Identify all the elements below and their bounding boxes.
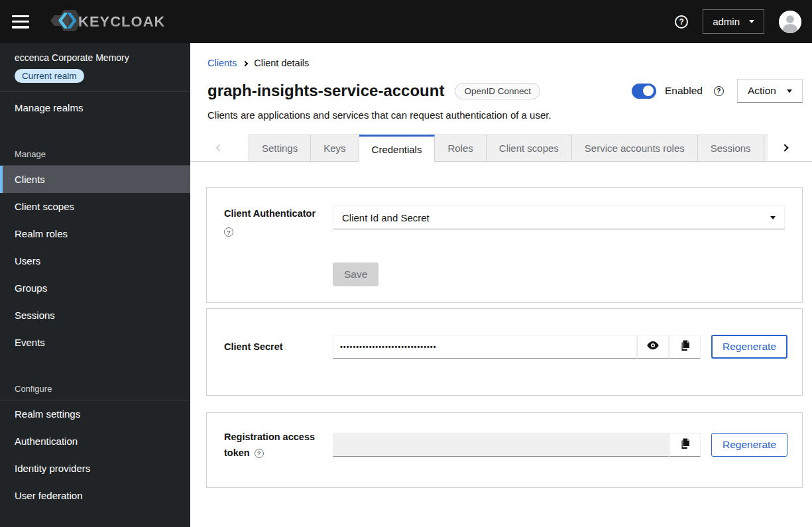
registration-token-input[interactable] [333, 433, 669, 457]
tabbar: Settings Keys Credentials Roles Client s… [190, 135, 812, 162]
registration-token-label: Registration access token [224, 432, 315, 458]
keycloak-logo: KEYCLOAK [49, 6, 165, 38]
credentials-panel: Client Authenticator ? Client Id and Sec… [190, 162, 812, 488]
tab-scroll-left-button[interactable] [190, 135, 249, 162]
registration-token-help-icon[interactable]: ? [255, 449, 264, 458]
sidebar-item-client-scopes[interactable]: Client scopes [0, 193, 190, 220]
registration-token-input-group [333, 433, 701, 457]
sidebar-section-configure: Configure Realm settings Authentication … [0, 384, 190, 509]
user-name: admin [713, 16, 740, 27]
sidebar-item-groups[interactable]: Groups [0, 274, 190, 302]
current-realm-badge: Current realm [15, 69, 84, 83]
copy-secret-button[interactable] [669, 335, 701, 359]
client-authenticator-select[interactable]: Client Id and Secret [333, 205, 785, 229]
avatar[interactable] [779, 11, 801, 33]
client-secret-card: Client Secret ••••••••••••••••••••••••••… [206, 308, 803, 396]
client-secret-input-group: •••••••••••••••••••••••••••••• [333, 335, 701, 359]
client-authenticator-label: Client Authenticator [224, 205, 333, 221]
brand-text: KEYCLOAK [78, 13, 165, 30]
caret-down-icon [770, 216, 776, 219]
sidebar-item-user-federation[interactable]: User federation [0, 482, 190, 509]
sidebar-item-identity-providers[interactable]: Identity providers [0, 455, 190, 482]
sidebar-item-events[interactable]: Events [0, 329, 190, 356]
masthead-right: ? admin [675, 9, 801, 34]
tab-sessions[interactable]: Sessions [698, 135, 764, 162]
tab-keys[interactable]: Keys [311, 135, 359, 162]
show-secret-button[interactable] [637, 335, 669, 359]
angle-right-icon [243, 60, 248, 66]
regenerate-secret-button[interactable]: Regenerate [711, 335, 787, 359]
client-authenticator-field-col: Client Id and Secret Save [333, 205, 785, 286]
breadcrumb-current: Client details [254, 58, 309, 68]
copy-icon [679, 340, 690, 354]
page-description: Clients are applications and services th… [207, 109, 803, 121]
save-row: Save [333, 263, 785, 286]
realm-selector[interactable]: eccenca Corporate Memory Current realm [0, 43, 190, 92]
tab-roles[interactable]: Roles [435, 135, 486, 162]
save-button[interactable]: Save [333, 263, 378, 286]
masthead: KEYCLOAK ? admin [0, 0, 812, 43]
enabled-help-icon[interactable]: ? [714, 86, 724, 96]
regenerate-token-button[interactable]: Regenerate [711, 433, 787, 457]
header-controls: Enabled ? Action [632, 79, 803, 103]
menu-toggle-icon[interactable] [12, 15, 29, 29]
action-dropdown[interactable]: Action [737, 79, 803, 103]
sidebar: eccenca Corporate Memory Current realm M… [0, 43, 190, 527]
sidebar-item-clients[interactable]: Clients [0, 166, 190, 193]
user-dropdown[interactable]: admin [703, 9, 764, 34]
protocol-badge: OpenID Connect [455, 83, 540, 99]
sidebar-item-realm-roles[interactable]: Realm roles [0, 220, 190, 247]
registration-token-label-col: Registration access token? [224, 429, 318, 461]
sidebar-item-authentication[interactable]: Authentication [0, 428, 190, 455]
sidebar-item-realm-settings[interactable]: Realm settings [0, 400, 190, 428]
client-secret-label: Client Secret [224, 339, 333, 355]
title-row: graph-insights-service-account OpenID Co… [207, 79, 803, 103]
section-title-manage: Manage [0, 149, 190, 166]
client-authenticator-value: Client Id and Secret [342, 212, 430, 223]
main-content: Clients Client details graph-insights-se… [190, 43, 812, 527]
tab-service-accounts-roles[interactable]: Service accounts roles [572, 135, 698, 162]
caret-down-icon [787, 89, 792, 93]
enabled-label: Enabled [665, 85, 703, 97]
tab-scroll-right-button[interactable] [768, 135, 812, 162]
eye-icon [646, 341, 660, 353]
sidebar-section-manage: Manage Clients Client scopes Realm roles… [0, 149, 190, 356]
sidebar-item-manage-realms[interactable]: Manage realms [0, 94, 190, 121]
client-authenticator-help-icon[interactable]: ? [224, 227, 233, 237]
sidebar-item-users[interactable]: Users [0, 247, 190, 274]
client-secret-field-col: •••••••••••••••••••••••••••••• [333, 335, 787, 359]
registration-token-card: Registration access token? [206, 412, 803, 488]
tabs: Settings Keys Credentials Roles Client s… [249, 135, 768, 162]
sidebar-item-sessions[interactable]: Sessions [0, 302, 190, 329]
action-label: Action [748, 85, 776, 97]
registration-token-field-col: Regenerate [333, 429, 787, 461]
caret-down-icon [749, 20, 754, 23]
tab-credentials[interactable]: Credentials [359, 135, 435, 162]
breadcrumb: Clients Client details [207, 58, 803, 68]
client-authenticator-label-col: Client Authenticator ? [224, 205, 333, 286]
section-title-configure: Configure [0, 384, 190, 400]
page-header: Clients Client details graph-insights-se… [190, 43, 812, 121]
angle-left-icon [215, 144, 223, 151]
page-title: graph-insights-service-account [207, 82, 444, 100]
enabled-toggle[interactable] [632, 84, 656, 99]
copy-token-button[interactable] [669, 433, 701, 457]
help-icon[interactable]: ? [675, 15, 688, 29]
realm-name: eccenca Corporate Memory [15, 52, 180, 63]
client-authenticator-card: Client Authenticator ? Client Id and Sec… [206, 187, 803, 303]
tab-client-scopes[interactable]: Client scopes [487, 135, 572, 162]
angle-right-icon [781, 144, 788, 151]
client-secret-input[interactable]: •••••••••••••••••••••••••••••• [333, 335, 637, 359]
breadcrumb-clients-link[interactable]: Clients [207, 58, 237, 68]
copy-icon [679, 438, 690, 452]
tab-settings[interactable]: Settings [249, 135, 311, 162]
